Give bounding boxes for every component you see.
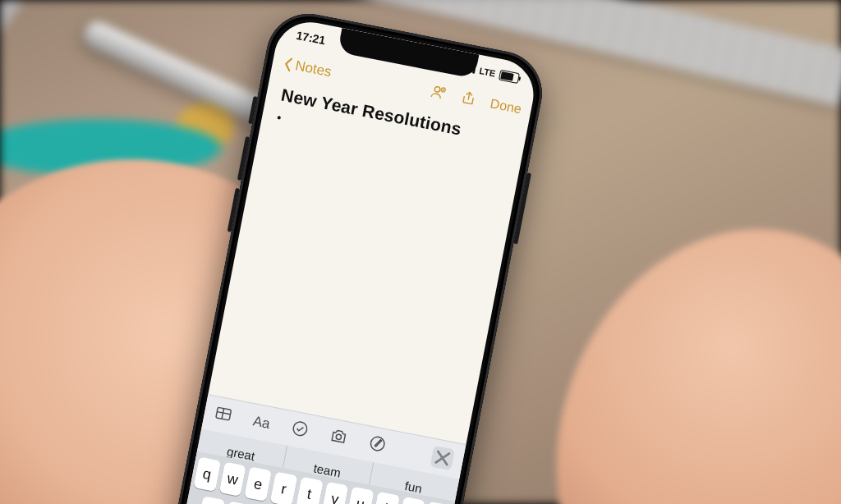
- key-y[interactable]: y: [321, 482, 348, 504]
- back-label: Notes: [294, 57, 333, 80]
- status-time: 17:21: [295, 29, 326, 48]
- done-button[interactable]: Done: [489, 96, 522, 117]
- svg-point-0: [434, 86, 440, 92]
- checklist-button[interactable]: [289, 418, 311, 442]
- battery-icon: [499, 69, 520, 83]
- close-icon: [432, 447, 453, 469]
- key-q[interactable]: q: [193, 456, 220, 491]
- camera-button[interactable]: [328, 425, 350, 450]
- share-button[interactable]: [459, 89, 478, 110]
- key-o[interactable]: o: [398, 497, 425, 504]
- key-t[interactable]: t: [296, 477, 323, 504]
- key-e[interactable]: e: [245, 467, 272, 502]
- key-w[interactable]: w: [219, 462, 246, 497]
- key-s[interactable]: s: [223, 501, 251, 504]
- share-icon: [459, 89, 477, 107]
- svg-point-3: [292, 421, 308, 437]
- key-i[interactable]: i: [372, 492, 399, 504]
- back-button[interactable]: Notes: [281, 55, 333, 80]
- camera-icon: [328, 425, 349, 447]
- check-circle-icon: [289, 418, 310, 439]
- key-a[interactable]: a: [197, 496, 225, 504]
- chevron-left-icon: [281, 56, 295, 72]
- markup-button[interactable]: [366, 433, 388, 458]
- person-add-icon: [430, 83, 448, 101]
- key-u[interactable]: u: [347, 487, 374, 504]
- table-icon: [213, 403, 234, 424]
- table-button[interactable]: [213, 403, 235, 428]
- svg-point-4: [336, 434, 342, 440]
- svg-point-5: [370, 436, 385, 451]
- text-style-button[interactable]: Aa: [251, 413, 271, 433]
- key-r[interactable]: r: [270, 472, 297, 504]
- collaborate-button[interactable]: [429, 83, 448, 104]
- dismiss-toolbar-button[interactable]: [430, 446, 455, 470]
- network-label: LTE: [479, 66, 497, 79]
- pencil-circle-icon: [367, 433, 388, 455]
